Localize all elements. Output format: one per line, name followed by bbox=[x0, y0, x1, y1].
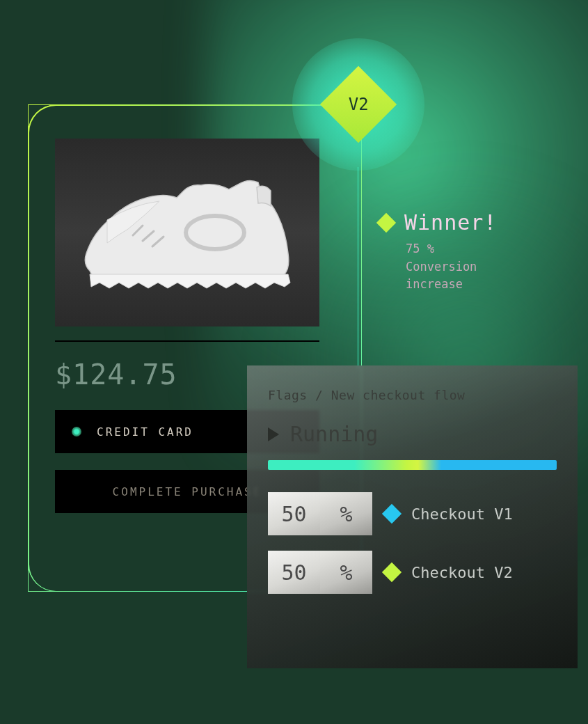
percent-symbol: % bbox=[320, 492, 372, 535]
breadcrumb-separator: / bbox=[308, 388, 331, 402]
divider bbox=[55, 340, 319, 342]
variant-label: Checkout V1 bbox=[411, 505, 513, 523]
winner-title: Winner! bbox=[404, 210, 497, 235]
variant-label: Checkout V2 bbox=[411, 564, 513, 581]
play-icon bbox=[268, 427, 279, 441]
variant-row-v1: 50 % Checkout V1 bbox=[268, 492, 557, 535]
percent-symbol: % bbox=[320, 551, 372, 594]
status-text: Running bbox=[290, 422, 378, 446]
product-image bbox=[55, 139, 319, 326]
winner-metric-line3: increase bbox=[406, 276, 497, 294]
winner-metric-line1: 75 % bbox=[406, 240, 497, 258]
cta-label: COMPLETE PURCHASE bbox=[113, 485, 262, 498]
breadcrumb[interactable]: Flags / New checkout flow bbox=[268, 388, 557, 402]
variant-row-v2: 50 % Checkout V2 bbox=[268, 551, 557, 594]
breadcrumb-current: New checkout flow bbox=[331, 388, 466, 402]
diamond-icon bbox=[376, 212, 396, 232]
percent-input-v2[interactable]: 50 % bbox=[268, 551, 372, 594]
percent-value: 50 bbox=[268, 492, 320, 535]
sneaker-illustration bbox=[69, 163, 305, 302]
diamond-icon bbox=[382, 504, 402, 524]
flags-panel: Flags / New checkout flow Running 50 % C… bbox=[247, 365, 578, 668]
winner-metric-line2: Conversion bbox=[406, 258, 497, 276]
payment-method-label: CREDIT CARD bbox=[97, 425, 193, 439]
percent-input-v1[interactable]: 50 % bbox=[268, 492, 372, 535]
diamond-icon bbox=[382, 562, 402, 582]
variant-badge-label: V2 bbox=[349, 95, 369, 114]
status-row: Running bbox=[268, 422, 557, 446]
winner-callout: Winner! 75 % Conversion increase bbox=[379, 210, 497, 294]
breadcrumb-section: Flags bbox=[268, 388, 308, 402]
radio-selected-icon bbox=[72, 427, 81, 436]
percent-value: 50 bbox=[268, 551, 320, 594]
traffic-split-bar bbox=[268, 460, 557, 470]
